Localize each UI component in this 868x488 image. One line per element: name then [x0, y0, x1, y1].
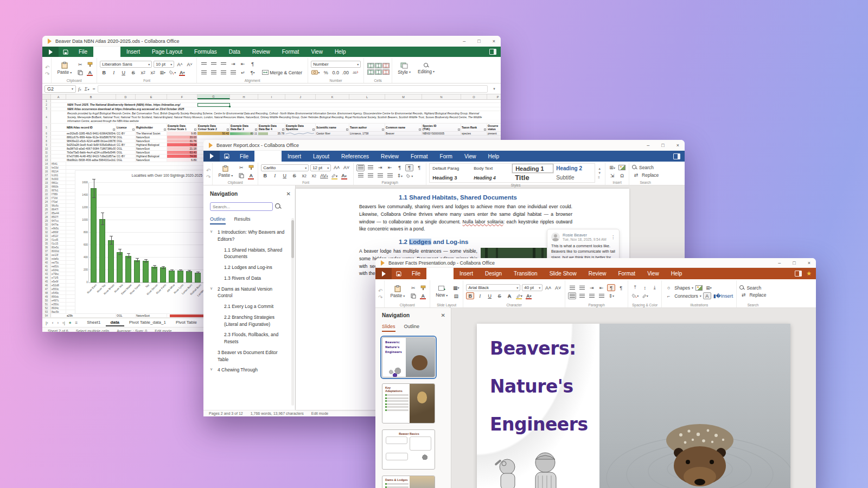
style-gallery-item[interactable]: Heading 3 — [430, 173, 471, 182]
row-header-8[interactable]: 8 — [42, 139, 51, 143]
sheet-cell[interactable]: 85e44 — [51, 211, 66, 215]
cut-icon[interactable]: ✂ — [409, 284, 417, 291]
filter-dropdown-icon[interactable] — [312, 129, 315, 131]
copy-icon[interactable] — [409, 292, 417, 299]
sheet-cell[interactable]: e52d8 — [51, 284, 66, 287]
sheet-tab[interactable]: Pivot Table_data_1 — [124, 319, 171, 326]
nav-tab-outline[interactable]: Outline — [210, 216, 226, 224]
row-header-28[interactable]: 28 — [42, 215, 51, 219]
minimize-button[interactable]: – — [463, 38, 465, 44]
increase-indent-icon[interactable]: ⇥ — [588, 284, 596, 291]
sheet-cell[interactable]: NatureScot — [136, 139, 167, 143]
sheet-cell[interactable]: OGL — [116, 314, 136, 317]
row-header-1[interactable]: 1 — [42, 100, 51, 102]
row-header-40[interactable]: 40 — [42, 261, 51, 264]
sheet-cell[interactable] — [285, 132, 316, 135]
sheet-cell[interactable]: NBN Atlas record ID — [66, 124, 116, 131]
grow-font-icon[interactable]: A˄ — [333, 164, 341, 171]
increase-indent-icon[interactable]: ⇥ — [229, 60, 237, 67]
collabora-menu-logo-icon[interactable] — [203, 151, 220, 162]
sheet-cell[interactable]: f860b — [51, 185, 66, 188]
row-header-29[interactable]: 29 — [42, 219, 51, 222]
sheet-cell[interactable]: NatureScot — [136, 136, 167, 139]
justify-icon[interactable] — [386, 172, 394, 179]
slide-title-line-2[interactable]: Nature's — [490, 376, 573, 397]
fill-color-icon[interactable]: ▾ — [631, 292, 639, 299]
row-header-31[interactable]: 31 — [42, 227, 51, 230]
style-gallery-item[interactable]: Default Parag — [430, 164, 471, 173]
currency-icon[interactable]: ▾ — [311, 69, 320, 76]
sheet-tab[interactable]: data — [106, 319, 124, 326]
sheet-cell[interactable]: eda6c — [51, 257, 66, 260]
delete-cells-icon[interactable] — [382, 69, 390, 76]
filter-dropdown-icon[interactable] — [255, 129, 257, 131]
sheet-tab[interactable]: Pivot Table — [171, 319, 202, 326]
menu-item[interactable]: File — [234, 151, 254, 162]
insert-table-icon[interactable]: ⊞▾ — [705, 284, 713, 291]
maximize-button[interactable]: □ — [661, 143, 664, 148]
slide-thumbnail-2[interactable]: Key Adaptations — [382, 383, 435, 423]
menu-item[interactable]: Format — [612, 268, 641, 279]
row-header-14[interactable]: 14 — [42, 162, 51, 165]
sheet-cell[interactable]: Example Data Colour Scale 1 — [167, 124, 197, 131]
column-header-D[interactable]: D — [116, 94, 136, 99]
close-button[interactable]: × — [676, 143, 679, 148]
row-header-41[interactable]: 41 — [42, 265, 51, 268]
row-header-26[interactable]: 26 — [42, 208, 51, 211]
sheet-cell[interactable]: f8dd9b2c-5838-4f06-adba-5964331e1b1c — [66, 158, 116, 162]
row-header-5[interactable]: 5 — [42, 124, 51, 131]
select-all-corner[interactable] — [42, 94, 51, 99]
sheet-cell[interactable]: Example Data Data Bar 3 — [230, 124, 258, 131]
menu-item[interactable]: View — [458, 151, 482, 162]
menu-item[interactable]: Review — [375, 151, 405, 162]
sheet-cell[interactable]: e497c — [51, 299, 66, 302]
style-gallery-item[interactable]: Subtitle — [553, 173, 595, 182]
undo-icon[interactable]: ↶ — [206, 168, 210, 174]
filter-dropdown-icon[interactable] — [194, 129, 196, 131]
sidebar-toggle-icon[interactable] — [795, 271, 802, 277]
borders-icon[interactable]: ⊞▾ — [158, 69, 167, 76]
filter-dropdown-icon[interactable] — [346, 129, 348, 131]
undo-icon[interactable]: ↶ — [45, 65, 49, 70]
font-size-select[interactable]: 12 pt▾ — [310, 164, 331, 171]
text-direction-icon[interactable]: ¶▾ — [248, 69, 257, 76]
clone-formatting-icon[interactable]: A — [86, 69, 94, 76]
clone-formatting-icon[interactable]: A — [419, 292, 427, 299]
replace-button[interactable]: ⇄Replace — [632, 171, 659, 178]
insert-image-icon[interactable] — [695, 284, 703, 291]
menu-item[interactable]: Form — [434, 151, 458, 162]
menu-item[interactable]: Insert — [282, 151, 307, 162]
sheet-note[interactable]: NBN Atlas occurrence download at https:/… — [67, 107, 184, 111]
row-header-22[interactable]: 22 — [42, 192, 51, 196]
sheet-cell[interactable]: OGL — [116, 136, 136, 139]
row-header-3[interactable]: 3 — [42, 107, 51, 111]
para-left-to-right-icon[interactable]: ¶ — [405, 164, 413, 171]
column-header-J[interactable]: J — [285, 94, 316, 99]
para-rtl-icon[interactable]: ¶ — [617, 284, 625, 291]
column-header-E[interactable]: E — [136, 94, 167, 99]
save-icon[interactable] — [59, 47, 73, 57]
column-header-A[interactable]: A — [51, 94, 66, 99]
align-right-icon[interactable] — [376, 172, 384, 179]
menu-item[interactable]: Home — [254, 151, 282, 162]
sheet-cell[interactable]: Occurre status — [487, 124, 501, 131]
sheet-cell[interactable]: Example Data Data Bar 4 — [258, 124, 285, 131]
style-button[interactable]: Style ▾ — [395, 62, 413, 75]
decimal-icon[interactable]: 0.0 — [331, 69, 340, 76]
insert-image-icon[interactable] — [618, 164, 626, 171]
sheet-cell[interactable]: 6.89 — [167, 158, 197, 162]
bold-button[interactable]: B — [466, 292, 474, 299]
sheet-note[interactable]: NBN Trust 2025. The National Biodiversit… — [67, 103, 180, 107]
sheet-menu-icon[interactable]: ≡ — [75, 320, 78, 325]
duplicate-slide-icon[interactable]: ▤ — [452, 292, 460, 299]
outline-item[interactable]: ∨2 Dams as Natural Version Control — [210, 286, 285, 300]
sheet-cell[interactable]: e811f — [51, 234, 66, 237]
align-right-icon[interactable] — [219, 69, 227, 76]
sheet-cell[interactable]: 80e5c — [51, 246, 66, 249]
italic-button[interactable]: I — [110, 69, 118, 76]
sheet-cell[interactable]: 83.11 — [230, 132, 258, 135]
shapes-button[interactable]: Shapes — [674, 285, 690, 291]
sheet-cell[interactable]: NatureScot — [136, 314, 167, 317]
menu-item[interactable]: Review — [583, 268, 612, 279]
cut-icon[interactable]: ✂ — [237, 164, 245, 171]
